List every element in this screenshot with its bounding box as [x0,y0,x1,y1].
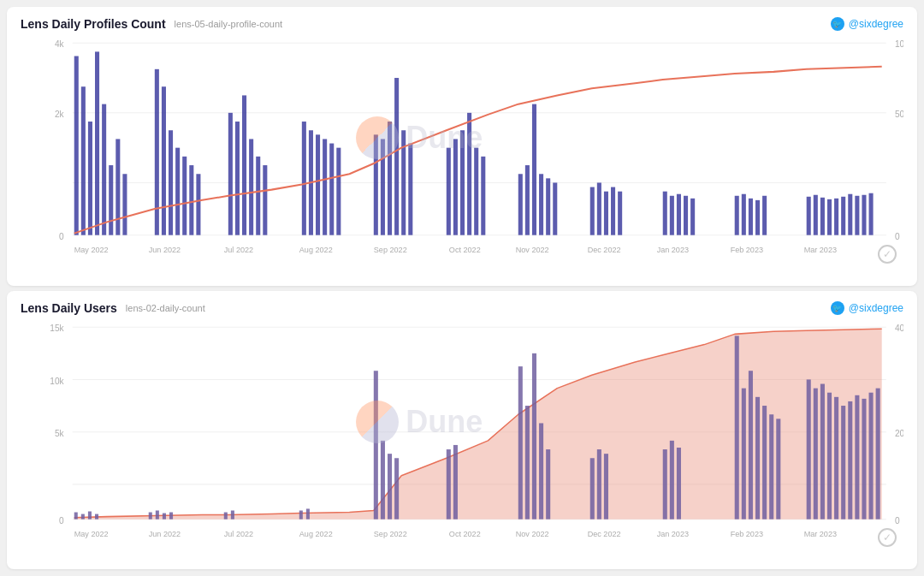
svg-rect-63 [684,196,688,235]
svg-rect-59 [618,192,622,235]
svg-rect-142 [820,383,825,519]
svg-rect-107 [95,514,98,519]
svg-rect-125 [539,423,543,519]
chart2-author: 🐦 @sixdegree [831,301,903,315]
svg-text:Jun 2022: Jun 2022 [149,246,181,254]
check-icon-2[interactable]: ✓ [878,528,897,547]
svg-rect-18 [155,69,159,235]
svg-rect-119 [394,458,399,519]
svg-rect-48 [481,157,485,235]
svg-rect-113 [231,510,234,519]
svg-rect-37 [374,134,378,235]
svg-text:Aug 2022: Aug 2022 [299,246,333,254]
svg-text:10k: 10k [50,376,64,385]
svg-rect-74 [834,199,838,235]
svg-rect-36 [336,148,341,235]
svg-text:Oct 2022: Oct 2022 [449,530,481,538]
svg-rect-134 [742,388,746,519]
svg-text:Feb 2023: Feb 2023 [731,530,763,538]
svg-text:Sep 2022: Sep 2022 [374,530,407,538]
svg-rect-61 [670,196,674,235]
svg-rect-76 [848,194,852,235]
svg-text:Feb 2023: Feb 2023 [731,246,763,254]
svg-rect-147 [855,395,859,519]
svg-text:Dec 2022: Dec 2022 [588,246,621,254]
svg-rect-56 [597,182,601,235]
svg-text:Nov 2022: Nov 2022 [516,530,549,538]
svg-rect-69 [762,196,767,235]
svg-rect-136 [755,396,760,519]
svg-text:0: 0 [59,232,64,241]
check-icon-1[interactable]: ✓ [878,245,897,264]
svg-rect-55 [590,187,595,235]
svg-rect-54 [553,182,557,235]
svg-rect-126 [546,449,550,520]
svg-text:0: 0 [59,515,64,525]
svg-rect-118 [388,454,392,520]
svg-rect-133 [735,336,739,519]
svg-rect-144 [834,396,838,519]
svg-rect-106 [88,511,92,519]
svg-rect-57 [604,192,608,235]
svg-rect-66 [742,194,746,235]
svg-rect-145 [841,406,845,520]
svg-rect-53 [546,178,550,235]
svg-rect-70 [807,197,811,235]
svg-text:400k: 400k [895,324,903,333]
svg-rect-148 [862,398,866,519]
svg-rect-108 [149,512,152,519]
svg-rect-149 [869,392,874,519]
svg-rect-12 [88,122,92,235]
svg-rect-129 [604,454,608,520]
svg-rect-24 [196,174,200,235]
svg-rect-64 [690,199,695,235]
svg-rect-110 [163,513,166,519]
svg-text:Jul 2022: Jul 2022 [224,246,253,254]
svg-rect-137 [762,406,767,520]
svg-rect-77 [855,196,859,235]
chart2-svg: 15k 10k 5k 0 400k 200k 0 [21,318,903,555]
chart2-header: Lens Daily Users lens-02-daily-count 🐦 @… [21,301,903,315]
svg-rect-22 [182,157,187,235]
svg-rect-114 [299,510,303,519]
svg-rect-135 [749,371,753,519]
svg-rect-52 [539,174,543,235]
svg-text:Jun 2022: Jun 2022 [149,530,181,538]
svg-rect-50 [525,165,530,235]
chart-daily-users: Lens Daily Users lens-02-daily-count 🐦 @… [7,291,917,570]
svg-rect-25 [228,113,233,235]
svg-text:200k: 200k [895,428,903,437]
svg-rect-78 [862,195,866,235]
svg-text:15k: 15k [50,324,64,333]
svg-rect-139 [776,419,780,519]
svg-rect-58 [611,187,615,235]
svg-rect-132 [677,448,681,520]
svg-rect-43 [447,148,451,235]
svg-rect-14 [102,104,106,235]
svg-rect-143 [827,392,832,519]
svg-rect-38 [381,139,385,235]
svg-rect-45 [460,130,465,235]
chart2-title: Lens Daily Users [21,301,117,315]
svg-rect-47 [474,148,478,235]
svg-rect-67 [749,199,753,235]
svg-rect-117 [381,440,385,519]
svg-text:2k: 2k [55,110,65,119]
chart1-subtitle: lens-05-daily-profile-count [175,19,283,29]
svg-text:Jul 2022: Jul 2022 [224,530,253,538]
svg-rect-122 [518,366,523,520]
svg-rect-75 [841,197,845,235]
svg-rect-79 [869,193,874,235]
twitter-icon-1: 🐦 [831,17,844,31]
chart2-author-text: @sixdegree [849,302,903,314]
svg-rect-109 [156,510,159,519]
svg-text:0: 0 [895,515,900,525]
chart1-area: Dune 4k 2k 0 100k 50k 0 [21,34,903,270]
svg-rect-124 [532,353,536,519]
svg-rect-127 [590,458,595,519]
svg-rect-29 [256,157,260,235]
twitter-icon-2: 🐦 [831,301,844,315]
svg-rect-121 [453,444,458,519]
chart1-title: Lens Daily Profiles Count [21,17,166,31]
svg-text:May 2022: May 2022 [74,246,109,254]
